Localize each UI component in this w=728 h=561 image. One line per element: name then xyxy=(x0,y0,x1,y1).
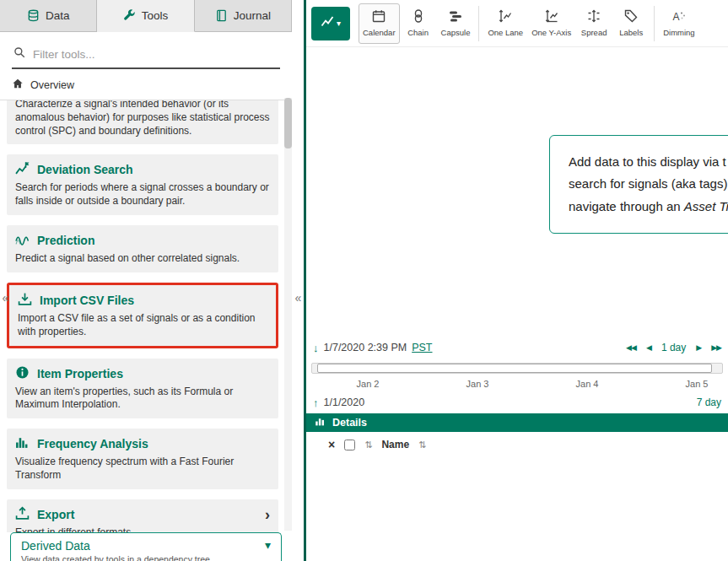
remove-all-button[interactable]: × xyxy=(328,438,335,451)
tool-item-import-csv[interactable]: Import CSV Files Import a CSV file as a … xyxy=(7,283,278,348)
message-line-3: navigate through an xyxy=(569,199,684,213)
derived-data-section[interactable]: Derived Data View data created by tools … xyxy=(10,532,282,561)
tool-description: Predict a signal based on other correlat… xyxy=(15,252,270,266)
svg-text:A: A xyxy=(672,11,679,23)
toolbar-button-chain[interactable]: Chain xyxy=(400,3,437,44)
tool-description: Import a CSV file as a set of signals or… xyxy=(18,312,267,339)
bar-chart-icon xyxy=(315,416,326,429)
prediction-icon xyxy=(15,232,30,249)
tool-item-prediction[interactable]: Prediction Predict a signal based on oth… xyxy=(7,225,278,272)
tool-description: View an item's properties, such as its F… xyxy=(15,386,270,413)
tool-description: Characterize a signal's intended behavio… xyxy=(15,100,270,138)
capsule-icon xyxy=(449,9,462,24)
display-panel: ▾ Calendar Chain xyxy=(304,0,728,561)
step-size-label[interactable]: 1 day xyxy=(661,342,686,353)
details-panel-header[interactable]: Details xyxy=(306,413,728,432)
toolbar-button-dimming[interactable]: A Dimming xyxy=(659,3,698,44)
toolbar-button-label: Calendar xyxy=(363,28,396,37)
search-icon xyxy=(13,46,25,62)
tool-description: Visualize frequency spectrum with a Fast… xyxy=(15,456,270,483)
toolbar-button-label: Chain xyxy=(407,28,429,37)
tab-data-label: Data xyxy=(46,9,70,22)
chevron-right-icon: › xyxy=(265,510,270,520)
tab-tools[interactable]: Tools xyxy=(97,0,194,32)
search-input[interactable] xyxy=(33,48,278,61)
tab-data[interactable]: Data xyxy=(0,0,97,32)
spread-icon xyxy=(587,9,601,24)
tab-journal-label: Journal xyxy=(234,9,271,22)
step-back-double-button[interactable]: ◀◀ xyxy=(626,343,636,352)
step-forward-double-button[interactable]: ▶▶ xyxy=(711,343,721,352)
sort-icon[interactable]: ⇅ xyxy=(418,440,426,450)
tool-item-deviation-search[interactable]: Deviation Search Search for periods wher… xyxy=(7,154,278,215)
investigate-range-duration[interactable]: 7 day xyxy=(697,396,721,408)
tools-list: Characterize a signal's intended behavio… xyxy=(0,100,292,532)
collapse-panel-handle[interactable]: « xyxy=(293,289,304,306)
select-all-checkbox[interactable] xyxy=(344,440,355,450)
toolbar-button-label: Capsule xyxy=(441,28,471,37)
tool-name: Item Properties xyxy=(37,367,123,380)
left-panel: Data Tools Journal xyxy=(0,0,292,561)
calendar-icon xyxy=(372,9,386,24)
tab-journal[interactable]: Journal xyxy=(195,0,292,32)
arrow-up-icon[interactable]: ↑ xyxy=(313,396,319,409)
tool-item-boundaries[interactable]: Characterize a signal's intended behavio… xyxy=(7,100,278,144)
name-column-header[interactable]: Name xyxy=(381,439,409,450)
toolbar-button-labels[interactable]: Labels xyxy=(612,3,650,44)
one-y-axis-icon xyxy=(545,9,558,24)
collapse-left-handle[interactable]: « xyxy=(0,289,11,306)
one-lane-icon xyxy=(499,9,512,24)
scrollbar-thumb[interactable] xyxy=(284,98,292,148)
frequency-analysis-icon xyxy=(15,435,30,452)
message-line-3-italic: Asset Tr xyxy=(684,199,728,213)
toolbar-button-calendar[interactable]: Calendar xyxy=(359,3,400,44)
time-slider-thumb[interactable] xyxy=(317,364,712,373)
step-forward-button[interactable]: ▶ xyxy=(696,343,701,352)
investigate-range-start[interactable]: 1/1/2020 xyxy=(324,396,365,408)
tool-name: Import CSV Files xyxy=(40,294,134,307)
time-slider-row xyxy=(306,361,728,378)
import-csv-icon xyxy=(18,292,32,309)
tool-item-item-properties[interactable]: Item Properties View an item's propertie… xyxy=(7,359,278,419)
tools-scrollbar[interactable] xyxy=(284,98,292,531)
deviation-search-icon xyxy=(15,161,30,178)
tool-search-box xyxy=(12,42,280,69)
home-icon xyxy=(12,78,24,92)
overview-link[interactable]: Overview xyxy=(0,69,292,100)
axis-tick-label: Jan 5 xyxy=(686,379,709,389)
sort-icon[interactable]: ⇅ xyxy=(364,440,372,450)
display-range-start[interactable]: 1/7/2020 2:39 PM xyxy=(324,342,407,353)
trend-chart-area[interactable]: Add data to this display via t search fo… xyxy=(306,47,728,334)
step-back-button[interactable]: ◀ xyxy=(646,343,651,352)
message-line-2: search for signals (aka tags) xyxy=(569,176,727,191)
toolbar-button-label: Labels xyxy=(619,28,643,37)
tag-icon xyxy=(624,9,638,24)
details-panel-title: Details xyxy=(332,417,367,429)
tool-search-row xyxy=(0,32,292,69)
arrow-down-icon[interactable]: ↓ xyxy=(313,342,319,354)
toolbar-separator xyxy=(654,6,655,41)
tool-name: Frequency Analysis xyxy=(37,437,148,450)
tool-name: Prediction xyxy=(37,234,94,247)
time-slider-track[interactable] xyxy=(311,363,723,374)
toolbar-button-one-y-axis[interactable]: One Y-Axis xyxy=(527,3,575,44)
add-data-message: Add data to this display via t search fo… xyxy=(549,135,728,234)
tool-item-export[interactable]: Export › Export in different formats xyxy=(7,499,278,532)
toolbar-separator xyxy=(478,6,479,41)
timezone-link[interactable]: PST xyxy=(412,342,432,353)
toolbar-button-spread[interactable]: Spread xyxy=(575,3,612,44)
details-table-body xyxy=(306,457,728,561)
toolbar-button-capsule[interactable]: Capsule xyxy=(437,3,475,44)
view-selector-button[interactable]: ▾ xyxy=(311,7,350,40)
axis-tick-label: Jan 4 xyxy=(576,379,599,389)
toolbar-button-one-lane[interactable]: One Lane xyxy=(483,3,527,44)
export-icon xyxy=(15,506,30,523)
toolbar-button-label: Spread xyxy=(581,28,607,37)
tool-item-frequency-analysis[interactable]: Frequency Analysis Visualize frequency s… xyxy=(7,429,278,489)
details-table-header: × ⇅ Name ⇅ xyxy=(306,432,728,457)
dimming-icon: A xyxy=(672,9,686,24)
database-icon xyxy=(27,9,40,22)
seeq-workbench: Data Tools Journal xyxy=(0,0,728,561)
panel-divider[interactable] xyxy=(292,0,304,561)
message-line-1: Add data to this display via t xyxy=(569,154,726,169)
